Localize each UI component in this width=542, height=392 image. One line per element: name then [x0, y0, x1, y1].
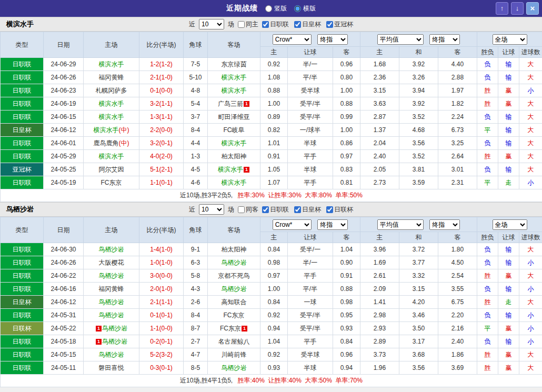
team-label: 横滨水手	[222, 74, 247, 81]
col-header-avg-draw: 和	[399, 232, 438, 243]
odds-away-cell: 1.00	[333, 84, 360, 97]
odds-handicap-cell: 平/半	[288, 283, 333, 296]
league-type-cell: 日职联	[1, 348, 44, 361]
league-type-cell: 日职联	[1, 335, 44, 348]
filter-prefix-label: 近	[189, 20, 195, 29]
odds-time-select[interactable]: 终指	[317, 34, 348, 45]
team-label: 鸟栖沙岩	[99, 351, 124, 358]
match-date: 24-05-31	[44, 309, 84, 322]
col-header-away: 客场	[208, 32, 260, 58]
average-time-select[interactable]: 终指	[429, 219, 460, 230]
layout-radio-horizontal[interactable]: 横版	[294, 4, 316, 13]
league-type-cell: 日职联	[1, 256, 44, 269]
league-type-cell: 日职联	[1, 137, 44, 150]
league-filter-checkbox[interactable]: 日皇杯	[294, 20, 321, 29]
odds-home-cell: 0.98	[260, 256, 288, 269]
match-count-select[interactable]: 10	[199, 204, 224, 215]
bookmaker-select[interactable]: Crow*	[273, 219, 312, 230]
layout-radio-horizontal-input[interactable]	[294, 5, 301, 12]
league-filter-checkbox-input[interactable]	[262, 21, 269, 28]
match-row: 日职联 24-05-15 鸟栖沙岩 5-2(3-2) 4-7 川崎前锋 0.92…	[1, 348, 542, 361]
avg-draw-cell: 3.94	[399, 84, 438, 97]
window-controls: ↑ ↓ ×	[496, 2, 539, 15]
score-cell: 0-3(0-1)	[139, 361, 184, 375]
close-button[interactable]: ×	[526, 2, 539, 15]
team-name: 横滨水手	[6, 19, 34, 29]
titlebar-center: 近期战绩 竖版 横版	[226, 4, 316, 13]
match-date: 24-06-22	[44, 269, 84, 283]
league-filter-checkbox-input[interactable]	[326, 206, 333, 213]
match-row: 日职联 24-05-18 1鸟栖沙岩 0-2(0-1) 2-7 名古屋鲸八 1.…	[1, 335, 542, 348]
same-venue-checkbox-input[interactable]	[238, 206, 245, 213]
col-header-date: 日期	[44, 217, 84, 243]
away-team-cell: 横滨水手1	[208, 163, 260, 176]
result-goals-cell: 小	[519, 322, 542, 335]
layout-radio-vertical-input[interactable]	[265, 5, 272, 12]
red-card-badge: 1	[244, 101, 249, 107]
col-header-date: 日期	[44, 32, 84, 58]
avg-draw-cell: 3.68	[399, 348, 438, 361]
away-team-cell: 横滨水手	[208, 176, 260, 189]
league-filter-checkbox[interactable]: 日职联	[262, 20, 289, 29]
odds-handicap-cell: 平手	[288, 335, 333, 348]
result-handicap-cell: 输	[498, 71, 519, 84]
corner-cell: 4-3	[184, 283, 208, 296]
avg-draw-cell: 3.50	[399, 322, 438, 335]
league-filter-checkbox-input[interactable]	[294, 206, 301, 213]
league-filter-checkbox[interactable]: 亚冠杯	[326, 20, 353, 29]
away-team-cell: FC东京1	[208, 322, 260, 335]
bookmaker-select[interactable]: Crow*	[273, 34, 312, 45]
average-select[interactable]: 平均值	[377, 34, 424, 45]
scroll-down-button[interactable]: ↓	[511, 2, 524, 15]
league-filter-checkbox[interactable]: 日联杯	[326, 205, 353, 214]
col-header-corner: 角球	[184, 217, 208, 243]
match-date: 24-06-12	[44, 296, 84, 309]
page-title: 近期战绩	[226, 4, 258, 13]
scroll-up-button[interactable]: ↑	[496, 2, 508, 15]
corner-cell: 3-7	[184, 110, 208, 124]
match-row: 日联杯 24-05-22 1鸟栖沙岩 1-1(0-0) 8-7 FC东京1 0.…	[1, 322, 542, 335]
league-filter-label: 日职联	[270, 205, 289, 214]
league-filter-checkbox-input[interactable]	[294, 21, 301, 28]
same-venue-checkbox[interactable]: 同客	[238, 205, 258, 214]
league-filter-checkbox-input[interactable]	[326, 21, 333, 28]
avg-draw-cell: 3.17	[399, 335, 438, 348]
odds-time-select[interactable]: 终指	[317, 219, 348, 230]
average-time-select[interactable]: 终指	[429, 34, 460, 45]
away-team-cell: 高知联合	[208, 296, 260, 309]
match-row: 日职联 24-06-19 横滨水手 3-2(1-1) 5-4 广岛三箭1 1.0…	[1, 97, 542, 110]
result-winloss-cell: 胜	[477, 348, 498, 361]
result-winloss-cell: 胜	[477, 269, 498, 283]
team-label: FC东京	[224, 311, 245, 319]
odds-selector-cell: Crow* 终指	[260, 217, 360, 232]
average-select[interactable]: 平均值	[377, 219, 424, 230]
league-filter-label: 日皇杯	[302, 205, 321, 214]
same-venue-checkbox[interactable]: 同主	[238, 20, 258, 29]
team-label: 鸟栖沙岩	[99, 298, 124, 306]
corner-cell: 8-7	[184, 322, 208, 335]
avg-away-cell: 6.73	[438, 124, 477, 137]
avg-away-cell: 4.40	[438, 58, 477, 71]
matches-table: 类型 日期 主场 比分(半场) 角球 客场 Crow* 终指 平均值 终指	[0, 32, 542, 202]
filter-suffix-label: 场	[228, 205, 234, 214]
league-filter-checkbox-input[interactable]	[262, 206, 269, 213]
same-venue-checkbox-input[interactable]	[238, 21, 245, 28]
league-filter-checkbox[interactable]: 日职联	[262, 205, 289, 214]
league-filter-checkbox[interactable]: 日皇杯	[294, 205, 321, 214]
red-card-badge: 1	[244, 167, 249, 173]
avg-home-cell: 3.63	[360, 97, 399, 110]
odds-home-cell: 0.92	[260, 58, 288, 71]
scope-select[interactable]: 全场	[493, 219, 527, 230]
score-cell: 3-2(0-1)	[139, 137, 184, 150]
scope-select[interactable]: 全场	[493, 34, 527, 45]
match-count-select[interactable]: 10	[199, 19, 224, 29]
avg-home-cell: 2.36	[360, 71, 399, 84]
avg-away-cell: 4.50	[438, 256, 477, 269]
away-team-cell: 东京绿茵	[208, 58, 260, 71]
result-winloss-cell: 负	[477, 256, 498, 269]
avg-draw-cell: 3.15	[399, 283, 438, 296]
layout-radio-vertical[interactable]: 竖版	[265, 4, 287, 13]
result-winloss-cell: 负	[477, 137, 498, 150]
match-row: 日职联 24-06-22 鸟栖沙岩 3-0(0-0) 5-8 京都不死鸟 0.9…	[1, 269, 542, 283]
result-goals-cell: 大	[519, 163, 542, 176]
